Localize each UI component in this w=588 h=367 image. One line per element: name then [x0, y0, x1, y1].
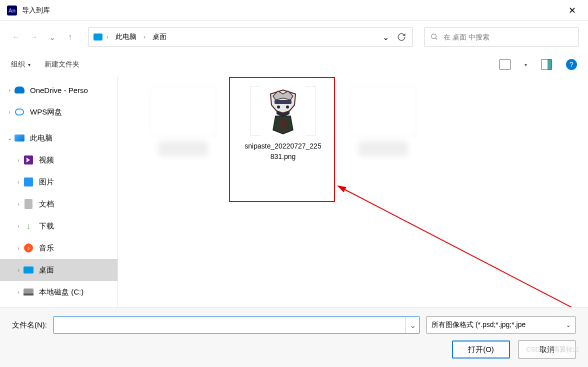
- filename-input[interactable]: [54, 317, 406, 333]
- svg-point-0: [432, 34, 436, 38]
- file-item[interactable]: [343, 86, 423, 162]
- sidebar-item-label: WPS网盘: [30, 108, 62, 117]
- sidebar-item-label: 视频: [39, 156, 54, 165]
- sidebar-item-desktop[interactable]: › 桌面: [0, 259, 118, 281]
- avatar-image-icon: [260, 85, 306, 137]
- filename-dropdown-button[interactable]: ⌄: [406, 317, 420, 333]
- chevron-right-icon[interactable]: ›: [14, 245, 23, 251]
- sidebar-item-label: 本地磁盘 (C:): [39, 288, 84, 297]
- nav-back-button[interactable]: ←: [9, 30, 23, 44]
- sidebar-item-downloads[interactable]: › ↓ 下载: [0, 215, 118, 237]
- svg-line-7: [338, 186, 588, 321]
- filter-label: 所有图像格式 (*.psd;*.jpg;*.jpe: [432, 320, 526, 330]
- svg-rect-3: [274, 100, 292, 104]
- refresh-button[interactable]: [396, 31, 408, 43]
- open-button[interactable]: 打开(O): [452, 340, 510, 358]
- pc-icon: [94, 34, 102, 40]
- file-pane[interactable]: snipaste_20220727_225831.png: [118, 76, 588, 307]
- file-thumbnail: [250, 86, 316, 136]
- address-bar[interactable]: › 此电脑 › 桌面 ⌄: [88, 27, 413, 47]
- sidebar-item-music[interactable]: › ♪ 音乐: [0, 237, 118, 259]
- sidebar-item-this-pc[interactable]: ⌄ 此电脑: [0, 127, 118, 149]
- chevron-right-icon[interactable]: ›: [14, 157, 23, 163]
- nav-row: ← → ⌄ ↑ › 此电脑 › 桌面 ⌄: [0, 21, 588, 53]
- sidebar-item-label: OneDrive - Perso: [30, 86, 88, 94]
- chevron-right-icon: ›: [144, 34, 146, 40]
- chevron-down-icon: ▾: [524, 62, 527, 68]
- sidebar-item-wps[interactable]: › WPS网盘: [0, 101, 118, 123]
- file-name-label: [358, 141, 408, 156]
- sidebar-item-local-disk-c[interactable]: › 本地磁盘 (C:): [0, 281, 118, 303]
- chevron-right-icon[interactable]: ›: [14, 223, 23, 229]
- chevron-right-icon[interactable]: ›: [14, 179, 23, 185]
- sidebar-item-videos[interactable]: › 视频: [0, 149, 118, 171]
- preview-pane-button[interactable]: [541, 59, 552, 70]
- file-thumbnail: [150, 86, 216, 136]
- file-name-label: snipaste_20220727_225831.png: [243, 141, 323, 162]
- close-button[interactable]: ✕: [564, 3, 581, 18]
- svg-rect-6: [280, 120, 286, 130]
- svg-point-4: [277, 106, 280, 108]
- video-icon: [23, 154, 34, 166]
- nav-up-button[interactable]: ↑: [63, 30, 77, 44]
- pc-icon: [14, 132, 25, 144]
- onedrive-icon: [14, 84, 25, 96]
- file-thumbnail: [350, 86, 416, 136]
- breadcrumb-root[interactable]: 此电脑: [112, 32, 140, 42]
- bottom-panel: 文件名(N): ⌄ 所有图像格式 (*.psd;*.jpg;*.jpe ⌄ 打开…: [0, 307, 588, 367]
- chevron-down-icon: ▾: [28, 62, 30, 68]
- search-input[interactable]: [444, 33, 572, 41]
- sidebar-item-documents[interactable]: › 文档: [0, 193, 118, 215]
- desktop-icon: [23, 264, 34, 276]
- chevron-right-icon[interactable]: ›: [5, 87, 14, 93]
- sidebar: › OneDrive - Perso › WPS网盘 ⌄ 此电脑 › 视频 › …: [0, 76, 118, 307]
- file-item-highlighted[interactable]: snipaste_20220727_225831.png: [243, 86, 323, 162]
- view-mode-button[interactable]: [500, 59, 510, 70]
- search-icon: [430, 33, 438, 41]
- chevron-right-icon: ›: [106, 34, 108, 40]
- sidebar-item-label: 图片: [39, 178, 54, 187]
- document-icon: [23, 198, 34, 210]
- svg-line-1: [436, 38, 437, 40]
- sidebar-item-label: 音乐: [39, 244, 54, 253]
- nav-forward-button[interactable]: →: [27, 30, 41, 44]
- toolbar: 组织 ▾ 新建文件夹 ▾ ?: [0, 53, 588, 76]
- search-box[interactable]: [424, 27, 579, 47]
- organize-button[interactable]: 组织 ▾: [11, 60, 30, 69]
- sidebar-item-label: 下载: [39, 222, 54, 231]
- svg-point-5: [286, 106, 289, 108]
- titlebar: An 导入到库 ✕: [0, 0, 588, 21]
- app-icon: An: [7, 6, 17, 16]
- disk-icon: [23, 286, 34, 298]
- chevron-right-icon[interactable]: ›: [14, 289, 23, 295]
- file-item[interactable]: [143, 86, 223, 162]
- image-icon: [23, 176, 34, 188]
- new-folder-button[interactable]: 新建文件夹: [44, 60, 80, 69]
- download-icon: ↓: [23, 220, 34, 232]
- file-type-filter[interactable]: 所有图像格式 (*.psd;*.jpg;*.jpe ⌄: [426, 316, 576, 334]
- file-name-label: [158, 141, 208, 156]
- window-title: 导入到库: [22, 6, 564, 15]
- nav-recent-button[interactable]: ⌄: [45, 30, 59, 44]
- cloud-icon: [14, 106, 25, 118]
- sidebar-item-onedrive[interactable]: › OneDrive - Perso: [0, 79, 118, 101]
- filename-input-wrap: ⌄: [53, 316, 420, 334]
- chevron-right-icon[interactable]: ›: [14, 267, 23, 273]
- address-dropdown-button[interactable]: ⌄: [380, 31, 392, 43]
- chevron-down-icon[interactable]: ⌄: [5, 135, 14, 142]
- sidebar-item-label: 此电脑: [30, 134, 52, 143]
- sidebar-item-pictures[interactable]: › 图片: [0, 171, 118, 193]
- help-button[interactable]: ?: [566, 59, 577, 70]
- sidebar-item-label: 文档: [39, 200, 54, 209]
- main-area: › OneDrive - Perso › WPS网盘 ⌄ 此电脑 › 视频 › …: [0, 76, 588, 307]
- music-icon: ♪: [23, 242, 34, 254]
- chevron-right-icon[interactable]: ›: [5, 109, 14, 115]
- chevron-right-icon[interactable]: ›: [14, 201, 23, 207]
- cancel-button[interactable]: 取消: [518, 340, 576, 358]
- breadcrumb-current[interactable]: 桌面: [150, 32, 170, 42]
- chevron-down-icon: ⌄: [566, 322, 570, 328]
- filename-label: 文件名(N):: [12, 320, 47, 330]
- sidebar-item-label: 桌面: [39, 266, 54, 275]
